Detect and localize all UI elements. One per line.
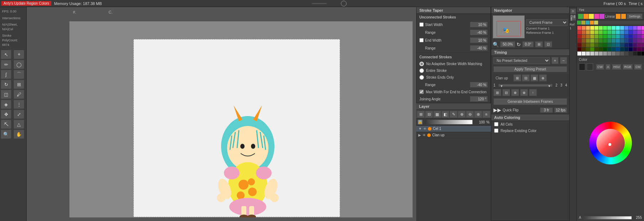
swatch-r3-c6[interactable]: [603, 39, 607, 43]
timing-tab[interactable]: Timing: [491, 49, 569, 56]
swatch-r5-c8[interactable]: [612, 47, 616, 51]
layer-expand-2[interactable]: ▶: [418, 133, 421, 137]
quick-flip-fr-input[interactable]: [540, 107, 553, 113]
swatch-r0-c14[interactable]: [637, 26, 641, 30]
layer-lock-icon[interactable]: 🔒: [418, 120, 423, 125]
swatch-r3-c2[interactable]: [586, 39, 590, 43]
swatch-r5-c12[interactable]: [629, 47, 633, 51]
swatch-r3-c13[interactable]: [633, 39, 637, 43]
swatch-r2-c8[interactable]: [612, 35, 616, 38]
pencil-tool[interactable]: ✏: [1, 60, 11, 69]
zoom-tool[interactable]: ⊞: [14, 80, 24, 89]
swatch-r0-c15[interactable]: [642, 26, 644, 30]
swatch-r4-c15[interactable]: [642, 43, 644, 47]
start-width-checkbox[interactable]: [419, 22, 424, 27]
cm-mode-btn[interactable]: CM: [634, 64, 642, 70]
swatch-r5-c10[interactable]: [620, 47, 624, 51]
max-width-row[interactable]: Max Width For End to End Connection: [417, 89, 491, 95]
quick-flip-icon-1[interactable]: ▶▶: [493, 107, 501, 113]
swatch-r0-c11[interactable]: [624, 26, 628, 30]
swatch-r3-c10[interactable]: [620, 39, 624, 43]
nav-preview[interactable]: 🎭: [493, 15, 525, 38]
swatch-r3-c5[interactable]: [599, 39, 603, 43]
swatch-r4-c4[interactable]: [595, 43, 598, 47]
swatch-r3-c15[interactable]: [642, 39, 644, 43]
entire-stroke-row[interactable]: Entire Stroke: [417, 67, 491, 74]
swatch-r2-c12[interactable]: [629, 35, 633, 38]
add-preset-btn[interactable]: +: [551, 57, 559, 64]
swatch-r0-c3[interactable]: [590, 26, 594, 30]
swatch-r2-c11[interactable]: [624, 35, 628, 38]
swatch-r5-c14[interactable]: [637, 47, 641, 51]
layer-tool-9[interactable]: ≡: [482, 111, 490, 118]
swatch-r0-c2[interactable]: [586, 26, 590, 30]
end-width-checkbox[interactable]: [419, 38, 424, 42]
swatch-r2-c6[interactable]: [603, 35, 607, 38]
swatch-r0-c12[interactable]: [629, 26, 633, 30]
rotate-icon[interactable]: ↻: [517, 42, 521, 47]
ct-swatch-3[interactable]: [586, 21, 590, 25]
swatch-yellow[interactable]: [589, 14, 594, 19]
swatch-r1-c4[interactable]: [595, 30, 598, 34]
swatch-r5-c2[interactable]: [586, 47, 590, 51]
layer-tool-1[interactable]: ⊞: [417, 111, 425, 118]
color-wheel-container[interactable]: [577, 71, 644, 215]
swatch-r0-c0[interactable]: [577, 26, 581, 30]
current-frame-dropdown[interactable]: Current Frame: [526, 19, 568, 26]
generate-inbetween-btn[interactable]: Generate Inbetween Frames: [493, 98, 567, 105]
replace-existing-checkbox[interactable]: [494, 128, 498, 133]
end-width-value[interactable]: 10 %: [470, 37, 488, 43]
swatch-r5-c4[interactable]: [595, 47, 598, 51]
layer-row-cel1[interactable]: ▼ 👁 Cel 1: [416, 126, 491, 132]
layer-vis-2[interactable]: 👁: [423, 133, 426, 137]
end-range-value[interactable]: -40 %: [470, 45, 488, 51]
swatch-r6-c6[interactable]: [603, 52, 607, 56]
swatch-r2-c9[interactable]: [616, 35, 620, 38]
swatch-r5-c5[interactable]: [599, 47, 603, 51]
rgb-mode-btn[interactable]: RGB: [623, 64, 633, 70]
layer-tool-7[interactable]: ⊖: [466, 111, 474, 118]
swatch-pink[interactable]: [594, 14, 599, 19]
swatch-r0-c10[interactable]: [620, 26, 624, 30]
swatch-r6-c12[interactable]: [629, 52, 633, 56]
color-wheel-inner[interactable]: [596, 129, 625, 157]
swatch-r3-c9[interactable]: [616, 39, 620, 43]
color-indicator-1[interactable]: [616, 14, 621, 19]
max-width-checkbox[interactable]: [419, 90, 424, 94]
swatch-r2-c1[interactable]: [582, 35, 586, 38]
a-mode-btn[interactable]: A: [606, 64, 611, 70]
swatch-r4-c12[interactable]: [629, 43, 633, 47]
swatch-r5-c9[interactable]: [616, 47, 620, 51]
swatch-r5-c15[interactable]: [642, 47, 644, 51]
swatch-r3-c12[interactable]: [629, 39, 633, 43]
swatch-r1-c9[interactable]: [616, 30, 620, 34]
swatch-r0-c4[interactable]: [595, 26, 598, 30]
canvas-area[interactable]: #. C.: [27, 7, 416, 221]
swatch-r5-c0[interactable]: [577, 47, 581, 51]
swatch-r3-c3[interactable]: [590, 39, 594, 43]
ct-swatch-5[interactable]: [594, 21, 598, 25]
swatch-r1-c3[interactable]: [590, 30, 594, 34]
swatch-r6-c15[interactable]: [642, 52, 644, 56]
timing-icon-1[interactable]: ⊞: [493, 89, 501, 96]
swatch-r2-c15[interactable]: [642, 35, 644, 38]
frame-slider[interactable]: ▼ ▼: [498, 84, 553, 87]
swatch-r2-c14[interactable]: [637, 35, 641, 38]
swatch-r4-c1[interactable]: [582, 43, 586, 47]
auto-color-tab[interactable]: Auto Coloring: [491, 114, 569, 121]
swatch-r5-c7[interactable]: [607, 47, 611, 51]
swatch-r4-c7[interactable]: [607, 43, 611, 47]
fill-tool[interactable]: ◫: [1, 90, 11, 99]
eyedrop-tool[interactable]: 🖊: [14, 90, 24, 99]
move-tool[interactable]: ✥: [1, 110, 11, 119]
remove-preset-btn[interactable]: −: [560, 57, 567, 64]
swatch-r5-c1[interactable]: [582, 47, 586, 51]
swatch-r4-c2[interactable]: [586, 43, 590, 47]
swatch-r5-c13[interactable]: [633, 47, 637, 51]
no-adaptive-radio[interactable]: [419, 62, 424, 66]
quick-flip-fps-input[interactable]: [554, 107, 567, 113]
swatch-r1-c14[interactable]: [637, 30, 641, 34]
swatch-r4-c0[interactable]: [577, 43, 581, 47]
angle-display[interactable]: 0.0°: [522, 41, 534, 47]
settings-btn[interactable]: Settings: [627, 14, 643, 19]
